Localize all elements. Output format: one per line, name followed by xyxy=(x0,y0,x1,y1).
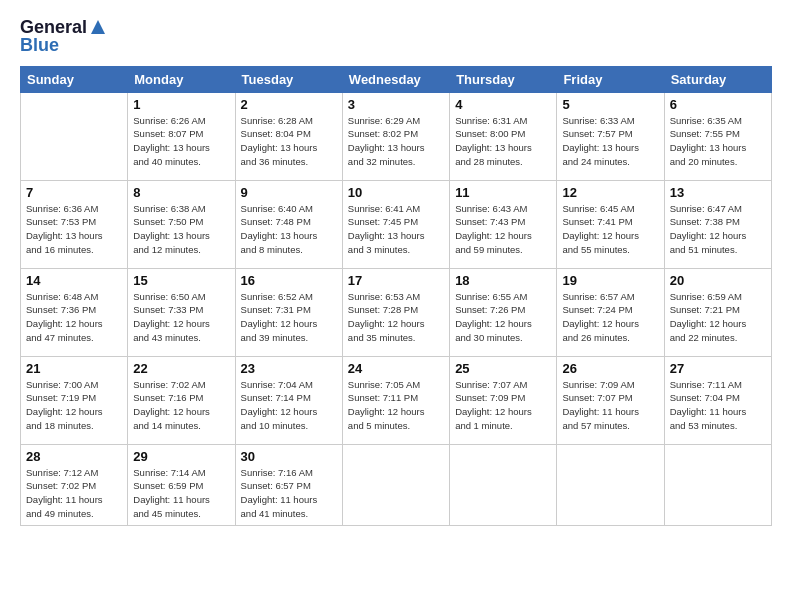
logo-icon xyxy=(89,18,107,36)
weekday-header-row: SundayMondayTuesdayWednesdayThursdayFrid… xyxy=(21,66,772,92)
day-info: Sunrise: 6:36 AMSunset: 7:53 PMDaylight:… xyxy=(26,202,122,257)
calendar-cell: 10Sunrise: 6:41 AMSunset: 7:45 PMDayligh… xyxy=(342,180,449,268)
logo: General Blue xyxy=(20,18,107,56)
calendar-cell: 23Sunrise: 7:04 AMSunset: 7:14 PMDayligh… xyxy=(235,356,342,444)
calendar-cell: 27Sunrise: 7:11 AMSunset: 7:04 PMDayligh… xyxy=(664,356,771,444)
day-info: Sunrise: 6:35 AMSunset: 7:55 PMDaylight:… xyxy=(670,114,766,169)
week-row-3: 14Sunrise: 6:48 AMSunset: 7:36 PMDayligh… xyxy=(21,268,772,356)
calendar-cell: 4Sunrise: 6:31 AMSunset: 8:00 PMDaylight… xyxy=(450,92,557,180)
week-row-2: 7Sunrise: 6:36 AMSunset: 7:53 PMDaylight… xyxy=(21,180,772,268)
day-info: Sunrise: 6:45 AMSunset: 7:41 PMDaylight:… xyxy=(562,202,658,257)
day-number: 8 xyxy=(133,185,229,200)
header: General Blue xyxy=(20,18,772,56)
day-info: Sunrise: 6:43 AMSunset: 7:43 PMDaylight:… xyxy=(455,202,551,257)
calendar-cell: 19Sunrise: 6:57 AMSunset: 7:24 PMDayligh… xyxy=(557,268,664,356)
calendar-cell: 16Sunrise: 6:52 AMSunset: 7:31 PMDayligh… xyxy=(235,268,342,356)
weekday-header-wednesday: Wednesday xyxy=(342,66,449,92)
calendar-cell: 1Sunrise: 6:26 AMSunset: 8:07 PMDaylight… xyxy=(128,92,235,180)
day-number: 21 xyxy=(26,361,122,376)
day-number: 1 xyxy=(133,97,229,112)
calendar-cell: 30Sunrise: 7:16 AMSunset: 6:57 PMDayligh… xyxy=(235,444,342,525)
calendar-cell: 20Sunrise: 6:59 AMSunset: 7:21 PMDayligh… xyxy=(664,268,771,356)
calendar-cell: 8Sunrise: 6:38 AMSunset: 7:50 PMDaylight… xyxy=(128,180,235,268)
day-number: 7 xyxy=(26,185,122,200)
calendar-cell: 25Sunrise: 7:07 AMSunset: 7:09 PMDayligh… xyxy=(450,356,557,444)
day-number: 16 xyxy=(241,273,337,288)
calendar-cell: 22Sunrise: 7:02 AMSunset: 7:16 PMDayligh… xyxy=(128,356,235,444)
day-number: 5 xyxy=(562,97,658,112)
logo-text-blue: Blue xyxy=(20,36,59,56)
day-number: 4 xyxy=(455,97,551,112)
day-number: 20 xyxy=(670,273,766,288)
day-number: 30 xyxy=(241,449,337,464)
day-info: Sunrise: 6:26 AMSunset: 8:07 PMDaylight:… xyxy=(133,114,229,169)
day-number: 12 xyxy=(562,185,658,200)
weekday-header-sunday: Sunday xyxy=(21,66,128,92)
calendar-cell xyxy=(21,92,128,180)
weekday-header-monday: Monday xyxy=(128,66,235,92)
day-number: 13 xyxy=(670,185,766,200)
calendar-cell: 26Sunrise: 7:09 AMSunset: 7:07 PMDayligh… xyxy=(557,356,664,444)
day-number: 24 xyxy=(348,361,444,376)
calendar-cell: 14Sunrise: 6:48 AMSunset: 7:36 PMDayligh… xyxy=(21,268,128,356)
day-info: Sunrise: 7:04 AMSunset: 7:14 PMDaylight:… xyxy=(241,378,337,433)
calendar-cell xyxy=(450,444,557,525)
day-info: Sunrise: 6:40 AMSunset: 7:48 PMDaylight:… xyxy=(241,202,337,257)
calendar-cell: 7Sunrise: 6:36 AMSunset: 7:53 PMDaylight… xyxy=(21,180,128,268)
day-number: 25 xyxy=(455,361,551,376)
day-info: Sunrise: 6:33 AMSunset: 7:57 PMDaylight:… xyxy=(562,114,658,169)
day-info: Sunrise: 7:00 AMSunset: 7:19 PMDaylight:… xyxy=(26,378,122,433)
day-number: 29 xyxy=(133,449,229,464)
day-number: 17 xyxy=(348,273,444,288)
weekday-header-friday: Friday xyxy=(557,66,664,92)
day-info: Sunrise: 6:50 AMSunset: 7:33 PMDaylight:… xyxy=(133,290,229,345)
day-info: Sunrise: 7:09 AMSunset: 7:07 PMDaylight:… xyxy=(562,378,658,433)
calendar-cell: 15Sunrise: 6:50 AMSunset: 7:33 PMDayligh… xyxy=(128,268,235,356)
weekday-header-tuesday: Tuesday xyxy=(235,66,342,92)
day-number: 14 xyxy=(26,273,122,288)
calendar-cell xyxy=(664,444,771,525)
day-number: 23 xyxy=(241,361,337,376)
day-number: 26 xyxy=(562,361,658,376)
day-number: 22 xyxy=(133,361,229,376)
calendar-cell: 13Sunrise: 6:47 AMSunset: 7:38 PMDayligh… xyxy=(664,180,771,268)
calendar-cell: 2Sunrise: 6:28 AMSunset: 8:04 PMDaylight… xyxy=(235,92,342,180)
calendar-cell: 11Sunrise: 6:43 AMSunset: 7:43 PMDayligh… xyxy=(450,180,557,268)
day-info: Sunrise: 7:11 AMSunset: 7:04 PMDaylight:… xyxy=(670,378,766,433)
day-number: 28 xyxy=(26,449,122,464)
calendar-cell: 24Sunrise: 7:05 AMSunset: 7:11 PMDayligh… xyxy=(342,356,449,444)
day-info: Sunrise: 6:47 AMSunset: 7:38 PMDaylight:… xyxy=(670,202,766,257)
calendar-cell: 17Sunrise: 6:53 AMSunset: 7:28 PMDayligh… xyxy=(342,268,449,356)
weekday-header-thursday: Thursday xyxy=(450,66,557,92)
day-info: Sunrise: 6:48 AMSunset: 7:36 PMDaylight:… xyxy=(26,290,122,345)
day-info: Sunrise: 6:57 AMSunset: 7:24 PMDaylight:… xyxy=(562,290,658,345)
day-info: Sunrise: 6:31 AMSunset: 8:00 PMDaylight:… xyxy=(455,114,551,169)
calendar-cell: 12Sunrise: 6:45 AMSunset: 7:41 PMDayligh… xyxy=(557,180,664,268)
day-info: Sunrise: 6:29 AMSunset: 8:02 PMDaylight:… xyxy=(348,114,444,169)
calendar-cell xyxy=(342,444,449,525)
calendar-cell xyxy=(557,444,664,525)
day-info: Sunrise: 6:53 AMSunset: 7:28 PMDaylight:… xyxy=(348,290,444,345)
week-row-5: 28Sunrise: 7:12 AMSunset: 7:02 PMDayligh… xyxy=(21,444,772,525)
day-number: 9 xyxy=(241,185,337,200)
calendar-table: SundayMondayTuesdayWednesdayThursdayFrid… xyxy=(20,66,772,526)
day-info: Sunrise: 7:07 AMSunset: 7:09 PMDaylight:… xyxy=(455,378,551,433)
day-info: Sunrise: 7:05 AMSunset: 7:11 PMDaylight:… xyxy=(348,378,444,433)
day-number: 10 xyxy=(348,185,444,200)
day-info: Sunrise: 7:12 AMSunset: 7:02 PMDaylight:… xyxy=(26,466,122,521)
day-info: Sunrise: 7:02 AMSunset: 7:16 PMDaylight:… xyxy=(133,378,229,433)
day-info: Sunrise: 6:28 AMSunset: 8:04 PMDaylight:… xyxy=(241,114,337,169)
day-number: 15 xyxy=(133,273,229,288)
day-info: Sunrise: 6:38 AMSunset: 7:50 PMDaylight:… xyxy=(133,202,229,257)
day-number: 2 xyxy=(241,97,337,112)
week-row-4: 21Sunrise: 7:00 AMSunset: 7:19 PMDayligh… xyxy=(21,356,772,444)
calendar-cell: 21Sunrise: 7:00 AMSunset: 7:19 PMDayligh… xyxy=(21,356,128,444)
day-info: Sunrise: 6:59 AMSunset: 7:21 PMDaylight:… xyxy=(670,290,766,345)
calendar-cell: 3Sunrise: 6:29 AMSunset: 8:02 PMDaylight… xyxy=(342,92,449,180)
day-number: 11 xyxy=(455,185,551,200)
day-info: Sunrise: 6:41 AMSunset: 7:45 PMDaylight:… xyxy=(348,202,444,257)
calendar-cell: 18Sunrise: 6:55 AMSunset: 7:26 PMDayligh… xyxy=(450,268,557,356)
page-container: General Blue SundayMondayTuesdayWednesda… xyxy=(0,0,792,536)
day-number: 27 xyxy=(670,361,766,376)
calendar-cell: 9Sunrise: 6:40 AMSunset: 7:48 PMDaylight… xyxy=(235,180,342,268)
